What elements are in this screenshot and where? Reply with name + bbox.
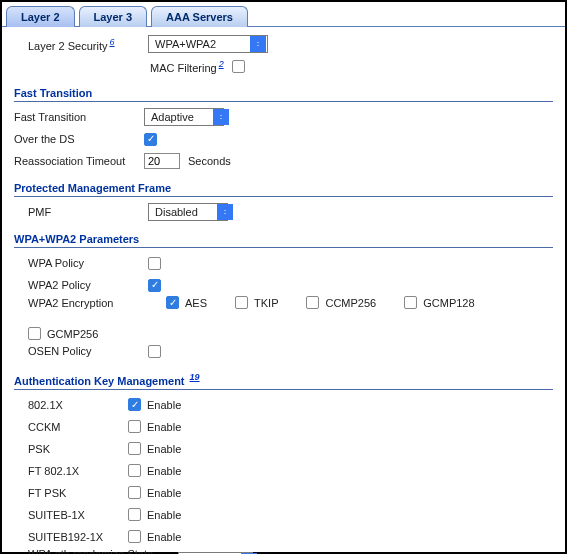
enc-gcmp256-checkbox[interactable] (28, 327, 41, 340)
enable-label: Enable (147, 399, 181, 411)
l2-security-value: WPA+WPA2 (149, 38, 222, 50)
section-akm: Authentication Key Management 19 (14, 366, 553, 390)
row-akm-cckm: CCKM Enable (14, 416, 553, 438)
row-wpa2-encryption: WPA2 Encryption AES TKIP CCMP256 GCMP128… (14, 296, 553, 340)
section-pmf: Protected Management Frame (14, 176, 553, 197)
dropdown-arrows-icon (250, 36, 266, 52)
enc-tkip-checkbox[interactable] (235, 296, 248, 309)
row-reassoc: Reassociation Timeout Seconds (14, 150, 553, 172)
wpa-policy-label: WPA Policy (28, 257, 148, 269)
row-wpa2-policy: WPA2 Policy (14, 274, 553, 296)
row-wpa-policy: WPA Policy (14, 252, 553, 274)
enable-label: Enable (147, 487, 181, 499)
section-wpa-params: WPA+WPA2 Parameters (14, 227, 553, 248)
row-over-ds: Over the DS (14, 128, 553, 150)
row-ft: Fast Transition Adaptive (14, 106, 553, 128)
dropdown-arrows-icon (213, 109, 229, 125)
tab-bar: Layer 2 Layer 3 AAA Servers (2, 2, 565, 27)
wpa2-policy-label: WPA2 Policy (28, 279, 148, 291)
mac-filtering-checkbox[interactable] (232, 60, 245, 73)
akm-list: 802.1X Enable CCKM Enable PSK Enable FT … (14, 394, 553, 548)
akm-ft8021x-label: FT 802.1X (28, 465, 128, 477)
enc-aes-checkbox[interactable] (166, 296, 179, 309)
akm-suiteb1921x-checkbox[interactable] (128, 530, 141, 543)
wpa2-policy-checkbox[interactable] (148, 279, 161, 292)
ft-select[interactable]: Adaptive (144, 108, 224, 126)
enc-ccmp256-checkbox[interactable] (306, 296, 319, 309)
footnote-6[interactable]: 6 (109, 37, 114, 47)
l2-security-select[interactable]: WPA+WPA2 (148, 35, 268, 53)
akm-8021x-label: 802.1X (28, 399, 128, 411)
over-ds-label: Over the DS (14, 133, 144, 145)
dropdown-arrows-icon (217, 204, 233, 220)
gtk-label: WPA gtk-randomize State14 (28, 548, 178, 554)
akm-cckm-label: CCKM (28, 421, 128, 433)
footnote-2[interactable]: 2 (219, 59, 224, 69)
enc-gcmp256-label: GCMP256 (47, 328, 98, 340)
akm-psk-checkbox[interactable] (128, 442, 141, 455)
row-akm-psk: PSK Enable (14, 438, 553, 460)
reassoc-label: Reassociation Timeout (14, 155, 144, 167)
ft-value: Adaptive (145, 111, 200, 123)
row-akm-suiteb1x: SUITEB-1X Enable (14, 504, 553, 526)
akm-cckm-checkbox[interactable] (128, 420, 141, 433)
osen-label: OSEN Policy (28, 345, 148, 357)
wpa2-enc-label: WPA2 Encryption (28, 297, 148, 309)
akm-suiteb1x-checkbox[interactable] (128, 508, 141, 521)
akm-psk-label: PSK (28, 443, 128, 455)
akm-8021x-checkbox[interactable] (128, 398, 141, 411)
pmf-label: PMF (28, 206, 148, 218)
pmf-value: Disabled (149, 206, 204, 218)
tab-layer3[interactable]: Layer 3 (79, 6, 148, 27)
enable-label: Enable (147, 443, 181, 455)
section-fast-transition: Fast Transition (14, 81, 553, 102)
l2-security-label: Layer 2 Security6 (28, 37, 148, 52)
row-mac-filtering: MAC Filtering2 (14, 55, 553, 77)
enc-gcmp128-checkbox[interactable] (404, 296, 417, 309)
reassoc-input[interactable] (144, 153, 180, 169)
akm-suiteb1x-label: SUITEB-1X (28, 509, 128, 521)
row-akm-suiteb1921x: SUITEB192-1X Enable (14, 526, 553, 548)
akm-ft8021x-checkbox[interactable] (128, 464, 141, 477)
akm-suiteb1921x-label: SUITEB192-1X (28, 531, 128, 543)
tab-content-layer2: Layer 2 Security6 WPA+WPA2 MAC Filtering… (2, 27, 565, 554)
pmf-select[interactable]: Disabled (148, 203, 228, 221)
over-ds-checkbox[interactable] (144, 133, 157, 146)
enable-label: Enable (147, 421, 181, 433)
osen-checkbox[interactable] (148, 345, 161, 358)
enc-gcmp128-label: GCMP128 (423, 297, 474, 309)
row-akm-8021x: 802.1X Enable (14, 394, 553, 416)
row-pmf: PMF Disabled (14, 201, 553, 223)
akm-ftpsk-label: FT PSK (28, 487, 128, 499)
wpa-policy-checkbox[interactable] (148, 257, 161, 270)
enc-tkip-label: TKIP (254, 297, 278, 309)
tab-layer2[interactable]: Layer 2 (6, 6, 75, 27)
ft-label: Fast Transition (14, 111, 144, 123)
row-osen: OSEN Policy (14, 340, 553, 362)
akm-ftpsk-checkbox[interactable] (128, 486, 141, 499)
row-akm-ftpsk: FT PSK Enable (14, 482, 553, 504)
footnote-19[interactable]: 19 (190, 372, 200, 382)
enable-label: Enable (147, 531, 181, 543)
enc-aes-label: AES (185, 297, 207, 309)
enc-ccmp256-label: CCMP256 (325, 297, 376, 309)
enable-label: Enable (147, 465, 181, 477)
row-gtk-randomize: WPA gtk-randomize State14 Disable (14, 548, 553, 554)
row-akm-ft8021x: FT 802.1X Enable (14, 460, 553, 482)
config-panel: Layer 2 Layer 3 AAA Servers Layer 2 Secu… (0, 0, 567, 554)
reassoc-unit: Seconds (188, 155, 231, 167)
mac-filtering-label: MAC Filtering2 (150, 59, 224, 74)
tab-aaa-servers[interactable]: AAA Servers (151, 6, 248, 27)
row-l2-security: Layer 2 Security6 WPA+WPA2 (14, 33, 553, 55)
enable-label: Enable (147, 509, 181, 521)
